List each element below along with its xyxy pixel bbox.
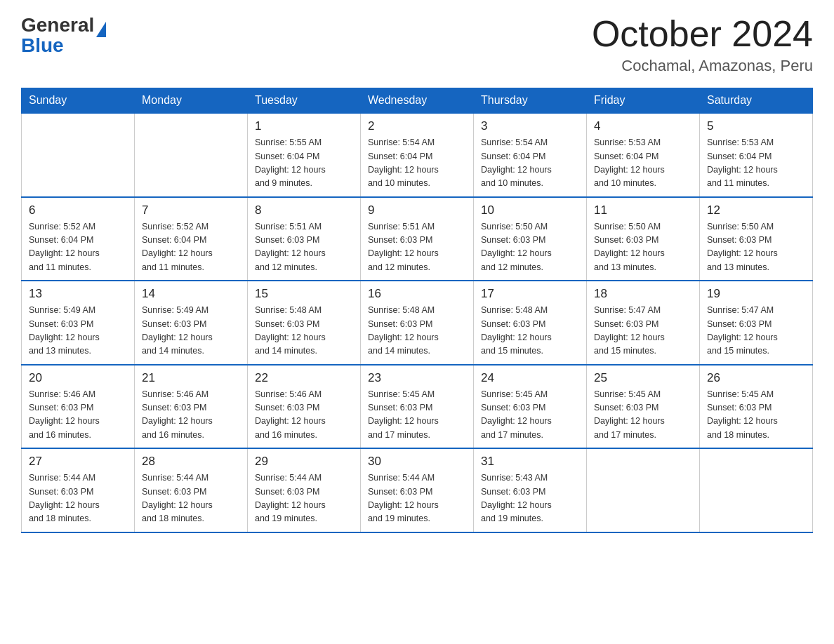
- day-number: 21: [142, 371, 240, 385]
- calendar-cell: 14Sunrise: 5:49 AM Sunset: 6:03 PM Dayli…: [135, 281, 248, 365]
- day-number: 17: [481, 287, 579, 301]
- calendar-cell: 20Sunrise: 5:46 AM Sunset: 6:03 PM Dayli…: [22, 365, 135, 449]
- day-number: 7: [142, 203, 240, 217]
- day-number: 6: [29, 203, 127, 217]
- day-info: Sunrise: 5:51 AM Sunset: 6:03 PM Dayligh…: [255, 220, 353, 275]
- calendar-subtitle: Cochamal, Amazonas, Peru: [592, 57, 813, 75]
- day-info: Sunrise: 5:44 AM Sunset: 6:03 PM Dayligh…: [368, 471, 466, 526]
- day-number: 13: [29, 287, 127, 301]
- day-number: 25: [594, 371, 692, 385]
- calendar-cell: 4Sunrise: 5:53 AM Sunset: 6:04 PM Daylig…: [587, 113, 700, 197]
- day-info: Sunrise: 5:45 AM Sunset: 6:03 PM Dayligh…: [594, 388, 692, 443]
- day-info: Sunrise: 5:44 AM Sunset: 6:03 PM Dayligh…: [142, 471, 240, 526]
- day-info: Sunrise: 5:50 AM Sunset: 6:03 PM Dayligh…: [594, 220, 692, 275]
- day-info: Sunrise: 5:45 AM Sunset: 6:03 PM Dayligh…: [481, 388, 579, 443]
- calendar-title: October 2024: [592, 14, 813, 54]
- calendar-week-row: 6Sunrise: 5:52 AM Sunset: 6:04 PM Daylig…: [22, 197, 813, 281]
- header-saturday: Saturday: [700, 88, 813, 114]
- day-number: 4: [594, 119, 692, 133]
- day-info: Sunrise: 5:49 AM Sunset: 6:03 PM Dayligh…: [29, 304, 127, 358]
- calendar-table: SundayMondayTuesdayWednesdayThursdayFrid…: [21, 88, 813, 533]
- calendar-cell: 6Sunrise: 5:52 AM Sunset: 6:04 PM Daylig…: [22, 197, 135, 281]
- calendar-cell: 2Sunrise: 5:54 AM Sunset: 6:04 PM Daylig…: [361, 113, 474, 197]
- day-info: Sunrise: 5:47 AM Sunset: 6:03 PM Dayligh…: [707, 304, 805, 358]
- calendar-cell: 21Sunrise: 5:46 AM Sunset: 6:03 PM Dayli…: [135, 365, 248, 449]
- day-number: 2: [368, 119, 466, 133]
- calendar-cell: 19Sunrise: 5:47 AM Sunset: 6:03 PM Dayli…: [700, 281, 813, 365]
- day-info: Sunrise: 5:45 AM Sunset: 6:03 PM Dayligh…: [707, 388, 805, 443]
- day-info: Sunrise: 5:44 AM Sunset: 6:03 PM Dayligh…: [29, 471, 127, 526]
- calendar-cell: 22Sunrise: 5:46 AM Sunset: 6:03 PM Dayli…: [248, 365, 361, 449]
- calendar-cell: 26Sunrise: 5:45 AM Sunset: 6:03 PM Dayli…: [700, 365, 813, 449]
- calendar-cell: 29Sunrise: 5:44 AM Sunset: 6:03 PM Dayli…: [248, 448, 361, 532]
- calendar-cell: 10Sunrise: 5:50 AM Sunset: 6:03 PM Dayli…: [474, 197, 587, 281]
- logo: General Blue: [21, 14, 106, 57]
- day-number: 24: [481, 371, 579, 385]
- calendar-cell: [700, 448, 813, 532]
- day-number: 14: [142, 287, 240, 301]
- calendar-cell: 18Sunrise: 5:47 AM Sunset: 6:03 PM Dayli…: [587, 281, 700, 365]
- header-sunday: Sunday: [22, 88, 135, 114]
- calendar-cell: [587, 448, 700, 532]
- calendar-cell: 30Sunrise: 5:44 AM Sunset: 6:03 PM Dayli…: [361, 448, 474, 532]
- calendar-week-row: 1Sunrise: 5:55 AM Sunset: 6:04 PM Daylig…: [22, 113, 813, 197]
- calendar-cell: 7Sunrise: 5:52 AM Sunset: 6:04 PM Daylig…: [135, 197, 248, 281]
- day-info: Sunrise: 5:46 AM Sunset: 6:03 PM Dayligh…: [29, 388, 127, 443]
- calendar-cell: 5Sunrise: 5:53 AM Sunset: 6:04 PM Daylig…: [700, 113, 813, 197]
- day-number: 27: [29, 455, 127, 469]
- day-number: 16: [368, 287, 466, 301]
- day-info: Sunrise: 5:50 AM Sunset: 6:03 PM Dayligh…: [481, 220, 579, 275]
- day-info: Sunrise: 5:44 AM Sunset: 6:03 PM Dayligh…: [255, 471, 353, 526]
- calendar-cell: 9Sunrise: 5:51 AM Sunset: 6:03 PM Daylig…: [361, 197, 474, 281]
- calendar-cell: 16Sunrise: 5:48 AM Sunset: 6:03 PM Dayli…: [361, 281, 474, 365]
- day-info: Sunrise: 5:47 AM Sunset: 6:03 PM Dayligh…: [594, 304, 692, 358]
- day-number: 18: [594, 287, 692, 301]
- header-monday: Monday: [135, 88, 248, 114]
- day-info: Sunrise: 5:53 AM Sunset: 6:04 PM Dayligh…: [707, 136, 805, 191]
- day-number: 1: [255, 119, 353, 133]
- calendar-cell: 15Sunrise: 5:48 AM Sunset: 6:03 PM Dayli…: [248, 281, 361, 365]
- day-number: 11: [594, 203, 692, 217]
- calendar-cell: 28Sunrise: 5:44 AM Sunset: 6:03 PM Dayli…: [135, 448, 248, 532]
- calendar-cell: [22, 113, 135, 197]
- calendar-week-row: 27Sunrise: 5:44 AM Sunset: 6:03 PM Dayli…: [22, 448, 813, 532]
- day-info: Sunrise: 5:43 AM Sunset: 6:03 PM Dayligh…: [481, 471, 579, 526]
- day-info: Sunrise: 5:48 AM Sunset: 6:03 PM Dayligh…: [368, 304, 466, 358]
- day-info: Sunrise: 5:49 AM Sunset: 6:03 PM Dayligh…: [142, 304, 240, 358]
- day-number: 8: [255, 203, 353, 217]
- logo-general-text: General: [21, 14, 94, 36]
- calendar-cell: 31Sunrise: 5:43 AM Sunset: 6:03 PM Dayli…: [474, 448, 587, 532]
- day-info: Sunrise: 5:46 AM Sunset: 6:03 PM Dayligh…: [255, 388, 353, 443]
- day-number: 5: [707, 119, 805, 133]
- header-friday: Friday: [587, 88, 700, 114]
- day-number: 26: [707, 371, 805, 385]
- day-info: Sunrise: 5:53 AM Sunset: 6:04 PM Dayligh…: [594, 136, 692, 191]
- day-number: 30: [368, 455, 466, 469]
- day-number: 3: [481, 119, 579, 133]
- title-area: October 2024 Cochamal, Amazonas, Peru: [592, 14, 813, 75]
- day-info: Sunrise: 5:55 AM Sunset: 6:04 PM Dayligh…: [255, 136, 353, 191]
- calendar-cell: 24Sunrise: 5:45 AM Sunset: 6:03 PM Dayli…: [474, 365, 587, 449]
- calendar-cell: 23Sunrise: 5:45 AM Sunset: 6:03 PM Dayli…: [361, 365, 474, 449]
- calendar-cell: 11Sunrise: 5:50 AM Sunset: 6:03 PM Dayli…: [587, 197, 700, 281]
- day-number: 23: [368, 371, 466, 385]
- day-number: 12: [707, 203, 805, 217]
- day-info: Sunrise: 5:50 AM Sunset: 6:03 PM Dayligh…: [707, 220, 805, 275]
- header-thursday: Thursday: [474, 88, 587, 114]
- day-number: 29: [255, 455, 353, 469]
- day-number: 20: [29, 371, 127, 385]
- day-info: Sunrise: 5:52 AM Sunset: 6:04 PM Dayligh…: [29, 220, 127, 275]
- day-info: Sunrise: 5:48 AM Sunset: 6:03 PM Dayligh…: [481, 304, 579, 358]
- logo-blue-text: Blue: [21, 34, 106, 57]
- calendar-cell: 12Sunrise: 5:50 AM Sunset: 6:03 PM Dayli…: [700, 197, 813, 281]
- header-tuesday: Tuesday: [248, 88, 361, 114]
- calendar-week-row: 20Sunrise: 5:46 AM Sunset: 6:03 PM Dayli…: [22, 365, 813, 449]
- day-number: 22: [255, 371, 353, 385]
- calendar-cell: 25Sunrise: 5:45 AM Sunset: 6:03 PM Dayli…: [587, 365, 700, 449]
- day-info: Sunrise: 5:46 AM Sunset: 6:03 PM Dayligh…: [142, 388, 240, 443]
- calendar-cell: 1Sunrise: 5:55 AM Sunset: 6:04 PM Daylig…: [248, 113, 361, 197]
- logo-triangle-icon: [96, 22, 106, 37]
- day-number: 19: [707, 287, 805, 301]
- page-header: General Blue October 2024 Cochamal, Amaz…: [21, 14, 813, 75]
- day-number: 10: [481, 203, 579, 217]
